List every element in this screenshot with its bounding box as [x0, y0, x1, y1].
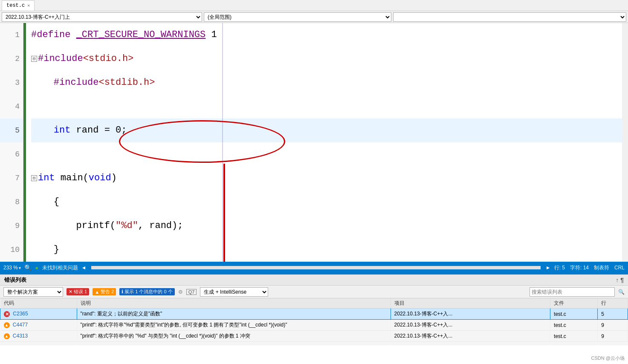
- error-toolbar: 整个解决方案 ✕ 错误 1 ▲ 警告 2 ℹ 展示 1 个消息中的 0 个 ⚙ …: [0, 286, 628, 298]
- error-code-link[interactable]: C4313: [13, 333, 28, 339]
- line-num-5: 5: [0, 118, 23, 142]
- code-line-1: #define _CRT_SECURE_NO_WARNINGS 1: [31, 23, 622, 47]
- cell-code: ▲ C4477: [0, 320, 77, 331]
- cell-project: 2022.10.13-博客-C++入...: [391, 309, 550, 320]
- cursor-line: [222, 23, 223, 262]
- cell-description: "rand": 重定义；以前的定义是"函数": [77, 309, 391, 320]
- filter-icon: ⚙: [178, 289, 183, 295]
- line-num-8: 8: [0, 190, 23, 214]
- error-panel-header: 错误列表 ↑ ¶: [0, 274, 628, 286]
- table-row[interactable]: ✕ C2365 "rand": 重定义；以前的定义是"函数" 2022.10.1…: [0, 309, 628, 320]
- table-row[interactable]: ▲ C4313 "printf": 格式字符串中的 "%d" 与类型为 "int…: [0, 331, 628, 342]
- zoom-value: 233 %: [3, 265, 18, 271]
- error-code-link[interactable]: C2365: [13, 311, 28, 317]
- line-numbers: 1 2 3 4 5 6 7 8 9 10: [0, 23, 23, 262]
- info-label: 展示 1 个消息中的 0 个: [124, 289, 172, 295]
- line-num-6: 6: [0, 142, 23, 166]
- warning-badge[interactable]: ▲ 警告 2: [93, 288, 116, 295]
- error-table-container[interactable]: 代码 说明 项目 文件 行 ✕ C2365 "rand": 重定义；以前的定义是…: [0, 298, 628, 346]
- error-count: 错误 1: [74, 289, 87, 295]
- search-icon: 🔍: [24, 264, 32, 271]
- right-select[interactable]: [393, 12, 626, 22]
- status-left: 233 % ▾ 🔍 ● 未找到相关问题 ◄ ►: [3, 264, 551, 272]
- col-header-project: 项目: [391, 298, 550, 309]
- line-num-2: 2: [0, 47, 23, 71]
- code-line-9: printf("%d", rand);: [31, 214, 622, 238]
- error-panel-title: 错误列表: [4, 276, 26, 284]
- token-define: #define: [31, 30, 76, 40]
- cell-code: ✕ C2365: [0, 309, 77, 320]
- error-badge[interactable]: ✕ 错误 1: [67, 288, 89, 295]
- project-select[interactable]: 2022.10.13-博客-C++入门上: [2, 12, 202, 22]
- col-header-code: 代码: [0, 298, 77, 309]
- vertical-scrollbar[interactable]: [622, 23, 628, 262]
- line-num-4: 4: [0, 95, 23, 118]
- info-badge[interactable]: ℹ 展示 1 个消息中的 0 个: [119, 288, 174, 295]
- error-icon: ✕: [4, 311, 10, 317]
- warning-count: 警告 2: [101, 289, 114, 295]
- encoding-text: 制表符: [594, 264, 609, 272]
- fold-icon-2[interactable]: ⊟: [31, 56, 37, 62]
- toolbar-row: 2022.10.13-博客-C++入门上 (全局范围): [0, 11, 628, 23]
- editor-container: 1 2 3 4 5 6 7 8 9 10 #define _CRT_SECURE…: [0, 23, 628, 262]
- format-text: CRL: [614, 265, 625, 271]
- cell-code: ▲ C4313: [0, 331, 77, 342]
- scroll-right-icon[interactable]: ►: [546, 265, 551, 271]
- error-panel: 错误列表 ↑ ¶ 整个解决方案 ✕ 错误 1 ▲ 警告 2 ℹ 展示 1 个消息…: [0, 274, 628, 345]
- tab-close-icon[interactable]: ✕: [27, 3, 30, 8]
- error-code-link[interactable]: C4477: [13, 322, 28, 328]
- horizontal-scrollbar[interactable]: [91, 266, 540, 269]
- line-num-3: 3: [0, 71, 23, 95]
- error-table: 代码 说明 项目 文件 行 ✕ C2365 "rand": 重定义；以前的定义是…: [0, 298, 628, 342]
- code-area[interactable]: #define _CRT_SECURE_NO_WARNINGS 1 ⊟#incl…: [26, 23, 622, 262]
- search-errors-input[interactable]: [530, 287, 615, 297]
- no-issues-icon: ●: [35, 264, 38, 271]
- warning-icon: ▲: [4, 333, 10, 339]
- code-line-6: [31, 142, 622, 166]
- warning-triangle-icon: ▲: [95, 289, 99, 295]
- cell-file: test.c: [550, 320, 598, 331]
- fold-icon-7[interactable]: ⊟: [31, 175, 37, 181]
- watermark: CSDN @云小场: [591, 355, 625, 361]
- error-table-header: 代码 说明 项目 文件 行: [0, 298, 628, 309]
- no-issues-text: 未找到相关问题: [42, 264, 78, 272]
- code-line-3: #include<stdlib.h>: [31, 71, 622, 95]
- cell-file: test.c: [550, 331, 598, 342]
- intellisense-count-icon: Q7: [186, 289, 197, 295]
- line-num-10: 10: [0, 238, 23, 262]
- code-line-10: }: [31, 238, 622, 262]
- cell-file: test.c: [550, 309, 598, 320]
- warning-icon: ▲: [4, 322, 10, 328]
- col-header-file: 文件: [550, 298, 598, 309]
- intellisense-select[interactable]: 生成 + IntelliSense: [200, 287, 268, 297]
- status-right: 行: 5 字符: 14 制表符 CRL: [554, 264, 625, 272]
- code-line-4: [31, 95, 622, 118]
- cell-project: 2022.10.13-博客-C++入...: [391, 320, 550, 331]
- line-num-7: 7: [0, 166, 23, 190]
- tab-filename: test.c: [6, 3, 25, 9]
- code-line-8: {: [31, 190, 622, 214]
- code-line-5: int rand = 0;: [31, 118, 622, 142]
- search-errors-icon[interactable]: 🔍: [618, 289, 625, 295]
- tab-bar: test.c ✕: [0, 0, 628, 11]
- code-line-2: ⊟#include<stdio.h>: [31, 47, 622, 71]
- char-text: 字符: 14: [570, 264, 589, 272]
- scope-select[interactable]: (全局范围): [204, 12, 391, 22]
- col-header-description: 说明: [77, 298, 391, 309]
- line-num-1: 1: [0, 23, 23, 47]
- code-line-7: ⊟int main(void): [31, 166, 622, 190]
- scroll-left-icon[interactable]: ◄: [81, 265, 87, 271]
- table-row[interactable]: ▲ C4477 "printf": 格式字符串"%d"需要类型"int"的参数,…: [0, 320, 628, 331]
- scope-filter-select[interactable]: 整个解决方案: [3, 287, 63, 297]
- zoom-down-button[interactable]: ▾: [19, 266, 21, 270]
- zoom-control[interactable]: 233 % ▾: [3, 265, 21, 271]
- position-text: 行: 5: [554, 264, 565, 272]
- info-icon: ℹ: [122, 289, 123, 295]
- line-num-9: 9: [0, 214, 23, 238]
- error-x-icon: ✕: [69, 289, 72, 295]
- cell-line: 5: [598, 309, 628, 320]
- col-header-line: 行: [598, 298, 628, 309]
- panel-pin-icon[interactable]: ↑ ¶: [616, 277, 624, 283]
- cell-project: 2022.10.13-博客-C++入...: [391, 331, 550, 342]
- tab-test-c[interactable]: test.c ✕: [2, 0, 35, 11]
